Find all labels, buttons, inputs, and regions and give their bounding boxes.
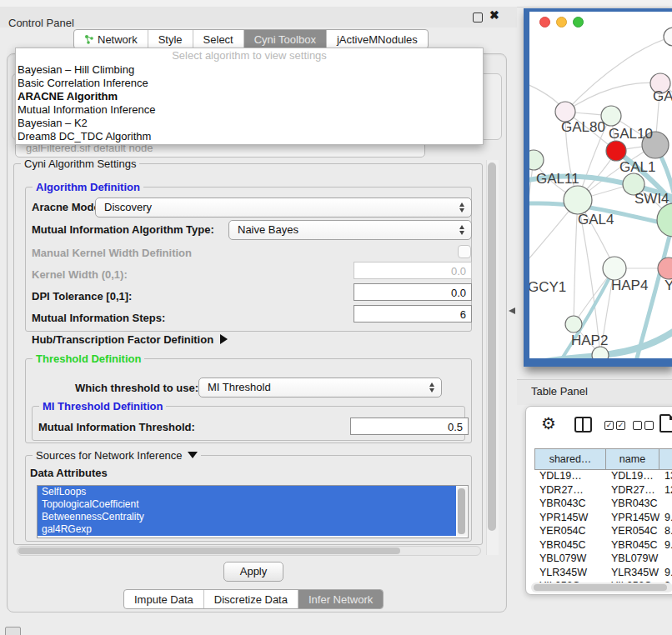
float-panel-icon[interactable] [473, 12, 483, 22]
which-threshold-label: Which threshold to use: [75, 382, 198, 394]
tab-label: jActiveMNodules [337, 33, 418, 46]
settings-hscrollbar-thumb[interactable] [18, 548, 400, 554]
close-panel-icon[interactable]: ✖ [489, 8, 499, 22]
aracne-mode-combo[interactable]: Discovery [95, 198, 472, 218]
tab-label: Cyni Toolbox [254, 33, 316, 46]
table-row[interactable]: YPR145WYPR145W9. [534, 512, 672, 526]
control-panel-tabs: NetworkStyleSelectCyni ToolboxjActiveMNo… [73, 29, 429, 49]
list-scrollbar-track[interactable] [457, 487, 467, 536]
control-panel-titlebar: Control Panel [0, 7, 517, 28]
network-node[interactable] [565, 316, 582, 332]
function-builder-icon[interactable] [659, 414, 672, 432]
table-row[interactable]: YBR045CYBR045C9. [534, 539, 672, 553]
data-attributes-list[interactable]: SelfLoopsTopologicalCoefficientBetweenne… [37, 485, 469, 538]
kernel-width-field[interactable]: 0.0 [354, 262, 472, 279]
tab-network[interactable]: Network [74, 30, 148, 48]
tab-select[interactable]: Select [193, 30, 243, 48]
manual-kernel-checkbox[interactable] [458, 245, 471, 258]
table-panel: ⚙ ✓✓ shared…name YDL19…YDL19…13YDR27…YDR… [525, 406, 672, 595]
node-label: GAL80 [561, 119, 605, 135]
algorithm-option-mutual-information-inference[interactable]: Mutual Information Inference [16, 103, 483, 117]
table-row[interactable]: YLR345WYLR345W9. [534, 567, 672, 581]
tab-infer-network[interactable]: Infer Network [298, 590, 383, 608]
list-scrollbar-thumb[interactable] [458, 488, 465, 534]
tab-jactivemnodules[interactable]: jActiveMNodules [326, 30, 428, 48]
mi-type-combo[interactable]: Naive Bayes [228, 220, 472, 240]
column-header-clipped[interactable] [659, 448, 672, 470]
node-label: HAP2 [571, 332, 608, 348]
cyni-settings-title: Cyni Algorithm Settings [21, 158, 139, 170]
table-cell: YDR27… [606, 484, 659, 498]
attribute-item-gal4rgexp[interactable]: gal4RGexp [38, 523, 456, 536]
collapse-panel-button[interactable] [5, 627, 21, 635]
mi-steps-field[interactable]: 6 [354, 305, 472, 322]
network-node[interactable] [592, 347, 609, 358]
network-node[interactable] [664, 28, 672, 46]
columns-icon[interactable] [574, 417, 592, 432]
table-row[interactable]: YDL19…YDL19…13 [534, 470, 672, 484]
attribute-item-betweennesscentrality[interactable]: BetweennessCentrality [38, 511, 456, 523]
table-cell: YDL19… [534, 470, 606, 484]
node-label: SWI4 [634, 191, 669, 207]
tab-label: Impute Data [134, 593, 193, 606]
apply-button[interactable]: Apply [223, 562, 283, 582]
network-node[interactable] [657, 203, 672, 237]
network-node[interactable] [529, 150, 544, 170]
window-minimize-icon[interactable] [556, 17, 567, 28]
table-row[interactable]: YDR27…YDR27…12 [534, 484, 672, 498]
tab-style[interactable]: Style [148, 30, 193, 48]
settings-scrollbar-thumb[interactable] [488, 162, 496, 531]
tab-discretize-data[interactable]: Discretize Data [203, 590, 298, 608]
table-hscrollbar-thumb[interactable] [534, 584, 667, 591]
table-cell: YPR145W [534, 512, 606, 526]
column-header-shared[interactable]: shared… [534, 448, 606, 470]
table-cell: YDR27… [534, 484, 606, 498]
mi-steps-label: Mutual Information Steps: [32, 312, 165, 324]
select-all-checkboxes-icon[interactable]: ✓✓ [604, 421, 628, 436]
network-node[interactable] [564, 186, 592, 214]
deselect-all-checkboxes-icon[interactable] [633, 421, 656, 436]
network-canvas[interactable]: GALGAL80GAL10GAL1GAL11SWI4GAL4GCY1HAP4YH… [529, 12, 672, 358]
table-cell: YDL19… [606, 470, 659, 484]
algorithm-option-basic-correlation-inference[interactable]: Basic Correlation Inference [16, 77, 483, 90]
algorithm-definition-title: Algorithm Definition [33, 181, 143, 193]
dpi-tolerance-field[interactable]: 0.0 [354, 283, 472, 301]
column-header-name[interactable]: name [606, 448, 659, 470]
network-graph[interactable]: GALGAL80GAL10GAL1GAL11SWI4GAL4GCY1HAP4YH… [529, 12, 672, 358]
tab-label: Style [158, 33, 183, 46]
algorithm-option-bayesian-hill-climbing[interactable]: Bayesian – Hill Climbing [16, 63, 483, 77]
gear-icon[interactable]: ⚙ [541, 413, 556, 433]
algorithm-option-dream8-dc-tdc-algorithm[interactable]: Dream8 DC_TDC Algorithm [16, 130, 483, 143]
window-zoom-icon[interactable] [573, 17, 584, 28]
mi-threshold-label: Mutual Information Threshold: [38, 421, 195, 433]
mi-type-value: Naive Bayes [238, 223, 298, 236]
attribute-item-selfloops[interactable]: SelfLoops [38, 486, 456, 498]
network-node[interactable] [606, 141, 626, 161]
table-cell: YBL079W [534, 552, 606, 567]
sources-group-title[interactable]: Sources for Network Inference [33, 449, 201, 462]
window-close-icon[interactable] [539, 17, 550, 28]
table-row[interactable]: YBR043CYBR043C [534, 498, 672, 512]
tab-impute-data[interactable]: Impute Data [124, 590, 203, 608]
chevron-right-icon [220, 334, 228, 344]
table-cell: 13 [659, 470, 672, 484]
node-label: GCY1 [529, 279, 566, 295]
which-threshold-combo[interactable]: MI Threshold [198, 378, 442, 398]
table-cell: YER054C [534, 525, 606, 539]
hub-definition-toggle[interactable]: Hub/Transcription Factor Definition [32, 333, 228, 346]
algorithm-option-aracne-algorithm[interactable]: ARACNE Algorithm [16, 90, 483, 103]
attribute-item-topologicalcoefficient[interactable]: TopologicalCoefficient [38, 498, 456, 511]
table-row[interactable]: YBL079WYBL079W [534, 552, 672, 567]
algorithm-option-bayesian-k2[interactable]: Bayesian – K2 [16, 117, 483, 130]
node-label: GAL4 [578, 212, 614, 228]
network-node[interactable] [603, 257, 626, 280]
aracne-mode-value: Discovery [104, 201, 152, 213]
table-row[interactable]: YER054CYER054C8. [534, 525, 672, 539]
mi-threshold-field[interactable]: 0.5 [350, 418, 469, 435]
tab-label: Network [98, 33, 138, 46]
which-threshold-value: MI Threshold [208, 381, 271, 393]
table-cell: 9. [659, 539, 672, 553]
network-view-window[interactable]: GALGAL80GAL10GAL1GAL11SWI4GAL4GCY1HAP4YH… [524, 8, 672, 367]
tab-cyni-toolbox[interactable]: Cyni Toolbox [243, 30, 326, 48]
table-cell: YBR045C [606, 539, 659, 553]
